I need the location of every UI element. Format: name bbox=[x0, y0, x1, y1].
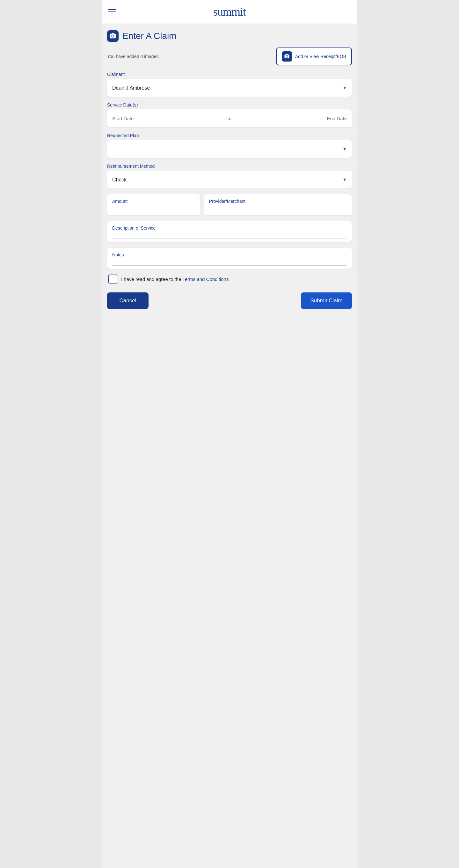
receipt-button-label: Add or View Receipt/EOB bbox=[295, 54, 346, 59]
provider-group: Provider/Merchant bbox=[204, 194, 352, 215]
reimbursement-dropdown-arrow: ▼ bbox=[342, 177, 347, 182]
cancel-button[interactable]: Cancel bbox=[107, 292, 149, 309]
requested-plan-label: Requested Plan bbox=[107, 133, 352, 138]
date-range-row: to bbox=[107, 110, 352, 127]
terms-text-before: I have read and agree to the bbox=[121, 276, 182, 282]
form-buttons-row: Cancel Submit Claim bbox=[107, 292, 352, 309]
images-count-text: You have added 0 images. bbox=[107, 54, 160, 59]
description-group: Description of Service bbox=[107, 221, 352, 242]
requested-plan-dropdown[interactable]: ▼ bbox=[107, 140, 352, 158]
terms-checkbox[interactable] bbox=[108, 275, 117, 283]
date-separator: to bbox=[228, 116, 232, 121]
claimant-dropdown-arrow: ▼ bbox=[342, 85, 347, 90]
description-label: Description of Service bbox=[112, 225, 347, 230]
amount-field-card: Amount bbox=[107, 194, 200, 215]
add-receipt-button[interactable]: Add or View Receipt/EOB bbox=[276, 48, 352, 65]
requested-plan-dropdown-arrow: ▼ bbox=[342, 146, 347, 152]
notes-group: Notes bbox=[107, 248, 352, 269]
receipt-camera-icon bbox=[282, 51, 292, 62]
page-title: Enter A Claim bbox=[122, 31, 176, 41]
service-dates-label: Service Date(s) bbox=[107, 102, 352, 107]
app-title: summit bbox=[213, 5, 246, 19]
terms-row: I have read and agree to the Terms and C… bbox=[107, 275, 352, 283]
camera-icon bbox=[107, 30, 119, 42]
claimant-group: Claimant Dean J Ambrose ▼ bbox=[107, 72, 352, 97]
hamburger-menu-icon[interactable] bbox=[108, 9, 116, 14]
description-input[interactable] bbox=[112, 232, 347, 239]
reimbursement-label: Reimbursement Method bbox=[107, 163, 352, 169]
reimbursement-group: Reimbursement Method Check Direct Deposi… bbox=[107, 163, 352, 188]
header: summit bbox=[102, 0, 357, 24]
provider-label: Provider/Merchant bbox=[209, 199, 347, 204]
end-date-input[interactable] bbox=[235, 116, 347, 121]
reimbursement-select[interactable]: Check Direct Deposit bbox=[112, 177, 342, 182]
terms-text: I have read and agree to the Terms and C… bbox=[121, 276, 229, 282]
provider-input[interactable] bbox=[209, 205, 347, 212]
claimant-dropdown[interactable]: Dean J Ambrose ▼ bbox=[107, 79, 352, 97]
claimant-label: Claimant bbox=[107, 72, 352, 77]
service-dates-group: Service Date(s) to bbox=[107, 102, 352, 127]
terms-conditions-link[interactable]: Terms and Conditions bbox=[182, 276, 229, 282]
page-heading: Enter A Claim bbox=[107, 30, 352, 42]
amount-input[interactable] bbox=[112, 205, 195, 212]
requested-plan-group: Requested Plan ▼ bbox=[107, 133, 352, 158]
main-content: Enter A Claim You have added 0 images. A… bbox=[102, 24, 357, 328]
requested-plan-select[interactable] bbox=[112, 146, 342, 152]
amount-group: Amount bbox=[107, 194, 200, 215]
reimbursement-dropdown[interactable]: Check Direct Deposit ▼ bbox=[107, 170, 352, 188]
amount-label: Amount bbox=[112, 199, 195, 204]
notes-input[interactable] bbox=[112, 259, 347, 266]
claimant-select[interactable]: Dean J Ambrose bbox=[112, 85, 342, 91]
receipt-row: You have added 0 images. Add or View Rec… bbox=[107, 48, 352, 65]
start-date-input[interactable] bbox=[112, 116, 224, 121]
notes-label: Notes bbox=[112, 252, 347, 257]
provider-field-card: Provider/Merchant bbox=[204, 194, 352, 215]
amount-provider-row: Amount Provider/Merchant bbox=[107, 194, 352, 215]
submit-claim-button[interactable]: Submit Claim bbox=[301, 292, 352, 309]
